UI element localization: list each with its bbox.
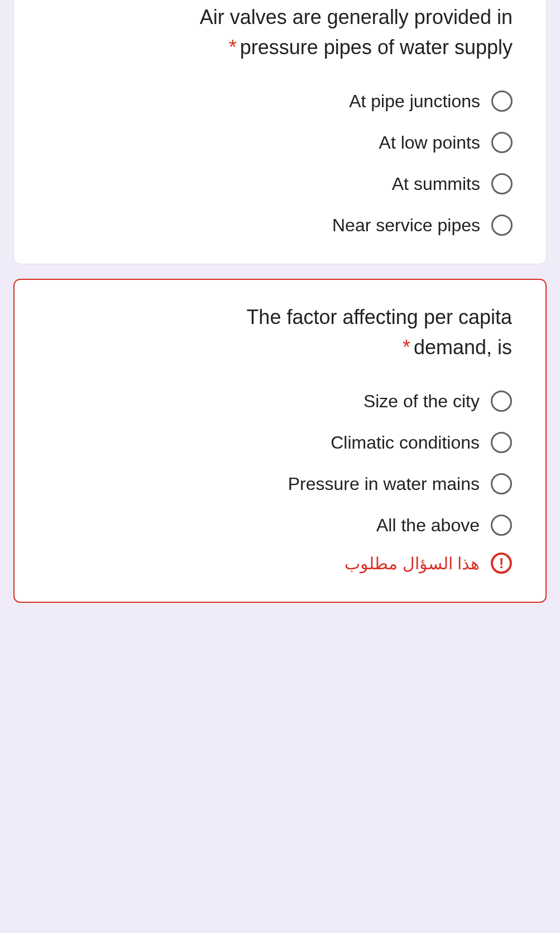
option-row-pressure-mains[interactable]: Pressure in water mains bbox=[48, 473, 512, 494]
error-text: هذا السؤال مطلوب bbox=[344, 554, 480, 573]
option-row-all-above[interactable]: All the above bbox=[48, 515, 512, 536]
option-label: All the above bbox=[376, 515, 480, 536]
option-row-size-city[interactable]: Size of the city bbox=[48, 391, 512, 412]
error-message-row: هذا السؤال مطلوب ! bbox=[48, 553, 512, 574]
option-row-summits[interactable]: At summits bbox=[47, 173, 513, 194]
error-icon: ! bbox=[491, 553, 512, 574]
option-label: At summits bbox=[392, 174, 480, 194]
radio-icon bbox=[491, 515, 512, 536]
options-group-1: At pipe junctions At low points At summi… bbox=[47, 91, 513, 236]
option-row-pipe-junctions[interactable]: At pipe junctions bbox=[47, 91, 513, 112]
required-asterisk: * bbox=[229, 36, 237, 59]
option-label: Climatic conditions bbox=[331, 432, 480, 453]
required-asterisk: * bbox=[403, 336, 410, 359]
radio-icon bbox=[491, 215, 513, 236]
option-label: At pipe junctions bbox=[349, 91, 480, 112]
radio-icon bbox=[491, 91, 513, 112]
question-card-2: The factor affecting per capita *demand,… bbox=[13, 279, 547, 603]
option-label: Pressure in water mains bbox=[288, 474, 480, 494]
question-title-line2: pressure pipes of water supply bbox=[240, 36, 513, 59]
option-row-service-pipes[interactable]: Near service pipes bbox=[47, 215, 513, 236]
exclamation-icon: ! bbox=[499, 556, 504, 570]
question-card-1: Air valves are generally provided in *pr… bbox=[13, 0, 547, 264]
option-label: Near service pipes bbox=[332, 215, 480, 236]
radio-icon bbox=[491, 432, 512, 453]
option-label: At low points bbox=[379, 132, 480, 153]
option-row-climatic[interactable]: Climatic conditions bbox=[48, 432, 512, 453]
option-row-low-points[interactable]: At low points bbox=[47, 132, 513, 153]
option-label: Size of the city bbox=[363, 391, 480, 412]
question-title-line2: demand, is bbox=[414, 336, 512, 359]
radio-icon bbox=[491, 132, 513, 153]
radio-icon bbox=[491, 473, 512, 494]
radio-icon bbox=[491, 173, 513, 194]
question-title: The factor affecting per capita *demand,… bbox=[48, 302, 512, 363]
radio-icon bbox=[491, 391, 512, 412]
options-group-2: Size of the city Climatic conditions Pre… bbox=[48, 391, 512, 536]
question-title: Air valves are generally provided in *pr… bbox=[47, 2, 513, 63]
